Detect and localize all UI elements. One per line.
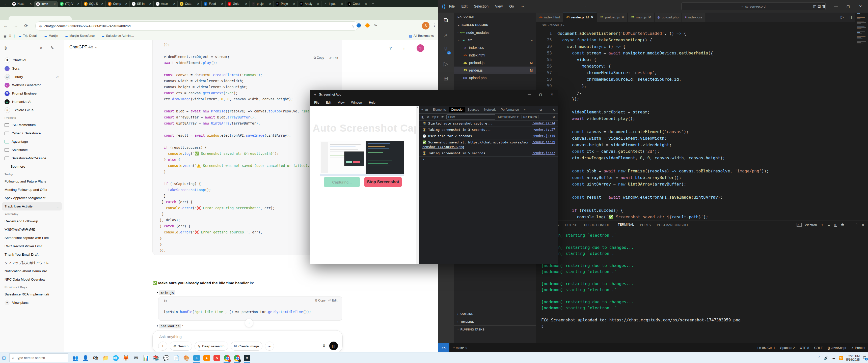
winrar-icon[interactable]: 📚	[151, 353, 161, 363]
address-bar[interactable]: ⊜ chatgpt.com/c/68236336-5674-800f-b1bc-…	[35, 22, 358, 31]
console-source-link[interactable]: render.js:37	[532, 151, 555, 156]
sidebar-chat-item[interactable]: Notification about Demo Pro	[2, 267, 62, 275]
paint-icon[interactable]: 🎨	[181, 353, 191, 363]
kill-terminal-icon[interactable]: 🗑	[841, 223, 844, 227]
editor-tab-index-html[interactable]: <>index.html	[536, 12, 563, 22]
sidebar-item-library[interactable]: ❏Library23	[2, 73, 62, 81]
devtools-settings-icon[interactable]: ⚙	[539, 108, 542, 112]
model-selector[interactable]: ChatGPT 4o ⌄	[69, 44, 98, 50]
tree-item-index-html[interactable]: <>index.html	[454, 52, 536, 59]
reload-icon[interactable]: ⟳	[24, 23, 28, 29]
close-icon[interactable]: ✕	[859, 4, 862, 8]
terminal-output[interactable]: [nodemon] starting `electron .` [nodemon…	[541, 232, 741, 329]
bookmark-item[interactable]: ☁Martjin	[44, 34, 58, 38]
tab-search-chevron-icon[interactable]: ⌄	[0, 2, 10, 5]
status-item[interactable]: CRLF	[814, 346, 823, 350]
user-photo-icon[interactable]: 👤	[81, 353, 91, 363]
tree-item-screen-record[interactable]: ⌄SCREEN-RECORD	[454, 21, 536, 29]
tree-item-preload-js[interactable]: JSpreload.jsM	[454, 59, 536, 67]
inspect-element-icon[interactable]: ⌖	[422, 108, 423, 112]
close-tab-icon[interactable]: ✕	[149, 2, 151, 5]
sidebar-chat-item[interactable]: NPC Data Model Overview	[2, 275, 62, 284]
browser-tab-comp[interactable]: CComp✕	[106, 1, 130, 6]
sidebar-item-humanize-ai[interactable]: ∞Humanize AI	[2, 98, 62, 106]
sidebar-item-chatgpt[interactable]: ✺ChatGPT	[2, 56, 62, 64]
notepad-icon[interactable]: 📄	[171, 353, 181, 363]
chrome-2-icon[interactable]	[232, 353, 242, 363]
search-icon[interactable]: ⌕	[40, 45, 42, 51]
maximize-icon[interactable]: ▢	[846, 4, 850, 8]
code-editor[interactable]: 1document.addEventListener('DOMContentLo…	[536, 30, 868, 233]
console-prompt[interactable]: ›	[419, 157, 558, 161]
issues-chip[interactable]: No Issues	[521, 115, 539, 119]
browser-tab-creat[interactable]: ▲Creat✕	[345, 1, 369, 6]
section-outline[interactable]: ›OUTLINE	[454, 310, 536, 318]
editor-tab-index-css[interactable]: #index.css	[682, 12, 706, 22]
more-tabs-icon[interactable]: »	[522, 107, 528, 112]
devtools-tab-elements[interactable]: Elements	[431, 107, 448, 112]
more-tools-button[interactable]: ⋯	[265, 341, 274, 351]
panel-tab-terminal[interactable]: TERMINAL	[618, 223, 634, 227]
sidebar-item-prompt-engineer[interactable]: ♜Prompt Engineer	[2, 89, 62, 98]
tray-chevron-icon[interactable]: ⌃	[818, 356, 821, 360]
command-center-search[interactable]: ⌕screen-record	[681, 2, 826, 10]
close-tab-icon[interactable]: ✕	[341, 2, 343, 5]
app-scrollbar[interactable]: ▲	[416, 106, 419, 264]
menu-file[interactable]: File	[449, 4, 455, 8]
source-control-icon[interactable]: ⑂3	[438, 42, 454, 57]
tree-item-node-modules[interactable]: ›npmnode_modules	[454, 29, 536, 36]
search-icon[interactable]: ⌕	[438, 27, 454, 42]
close-tab-icon[interactable]: ✕	[77, 2, 80, 5]
all-bookmarks[interactable]: ▤All Bookmarks	[409, 34, 434, 38]
mic-icon[interactable]: 🎙	[322, 343, 326, 349]
copy-button[interactable]: ⧉ Copy	[314, 56, 324, 60]
clock[interactable]: 2:26 PM5/16/2025	[846, 355, 860, 362]
attach-button[interactable]: +	[158, 341, 167, 351]
scroll-to-bottom-button[interactable]: ↓	[245, 319, 253, 327]
bookmark-item[interactable]: ☁Salesforce Admini...	[101, 34, 134, 38]
sidebar-chat-item[interactable]: Salesforce RCA Implementati	[2, 290, 62, 298]
bookmark-item[interactable]: ☁Trip Detail	[18, 34, 37, 38]
vlc-icon[interactable]: ▲	[202, 353, 212, 363]
browser-tab-input[interactable]: ∕Input✕	[321, 1, 345, 6]
site-info-icon[interactable]: ⊜	[39, 24, 42, 28]
tree-item-index-css[interactable]: #index.css	[454, 44, 536, 52]
browser-tab-inten[interactable]: ✱Inten✕	[34, 1, 58, 7]
terminal-dropdown-icon[interactable]: ⌄	[828, 223, 831, 227]
store-icon[interactable]: 🛍	[91, 353, 101, 363]
devtools-tab-performance[interactable]: Performance	[499, 107, 521, 112]
browser-profile-avatar[interactable]: S	[422, 22, 430, 30]
browser-tab-sein[interactable]: ᴳSE-In✕	[130, 1, 154, 6]
explorer-icon[interactable]: ⧉	[438, 12, 454, 27]
sidebar-chat-item[interactable]: ISIJ-Momentum	[2, 121, 62, 129]
git-branch[interactable]: ⑂ main* ⟲	[453, 346, 467, 350]
view-plans[interactable]: ✦View plans	[2, 298, 62, 307]
devtools-tab-sources[interactable]: Sources	[465, 107, 482, 112]
maximize-icon[interactable]: ▢	[535, 90, 546, 99]
sidebar-chat-item[interactable]: ソフマップ法人向けアウトレ	[2, 259, 62, 267]
browser-tab-osta[interactable]: OOsta✕	[178, 1, 202, 6]
sidebar-chat-item[interactable]: 宮脇奈菜の退任通知	[2, 225, 62, 234]
volume-icon[interactable]: 🔊	[824, 356, 829, 360]
taskbar-search[interactable]: ⌕Type here to search	[9, 354, 68, 362]
close-tab-icon[interactable]: ✕	[269, 2, 271, 5]
console-source-link[interactable]: render.js:79	[532, 140, 555, 149]
browser-tab-proje[interactable]: v0Proje✕	[274, 1, 298, 6]
new-tab-icon[interactable]: +	[372, 1, 374, 5]
side-panel-icon[interactable]: ▣	[3, 34, 6, 38]
editor-tab-main-js[interactable]: JSmain.jsM	[627, 12, 654, 22]
browser-tab-72v[interactable]: ✆(72) V✕	[58, 1, 82, 6]
edge-icon[interactable]: 🌐	[111, 353, 121, 363]
close-tab-icon[interactable]: ✕	[317, 2, 319, 5]
sidebar-chat-item[interactable]: Salesforce	[2, 146, 62, 154]
status-item[interactable]: {} JavaScript	[828, 346, 846, 350]
start-button[interactable]: ⊞	[2, 355, 6, 361]
app-titlebar[interactable]: ⚛ Screenshot App — ▢ ✕	[310, 90, 558, 99]
devtools-tab-network[interactable]: Network	[482, 107, 498, 112]
sidebar-item-explore-gpts[interactable]: ⠿Explore GPTs	[2, 106, 62, 114]
create-image-button[interactable]: ⊡Create image	[230, 341, 262, 351]
close-tab-icon[interactable]: ✕	[101, 2, 103, 5]
sidebar-chat-item[interactable]: Agvantage	[2, 137, 62, 146]
new-chat-icon[interactable]: ✎	[51, 45, 54, 51]
menu-view[interactable]: View	[338, 101, 345, 104]
